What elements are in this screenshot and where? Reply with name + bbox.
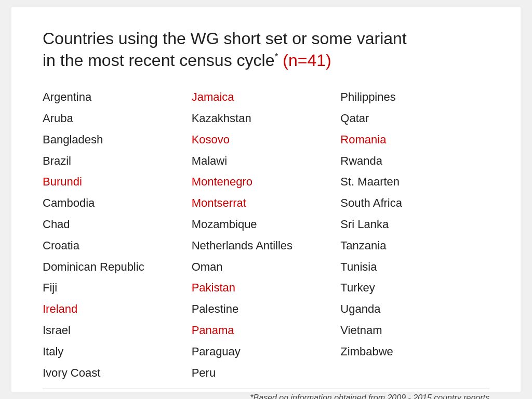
country-item: South Africa: [340, 193, 489, 214]
country-item: Aruba: [43, 108, 192, 129]
column-col3: PhilippinesQatarRomaniaRwandaSt. Maarten…: [340, 87, 489, 383]
country-item: Fiji: [43, 277, 192, 299]
country-item: Cambodia: [43, 193, 192, 214]
country-item: Burundi: [43, 171, 192, 193]
country-item: Romania: [340, 129, 489, 151]
country-item: Kazakhstan: [192, 108, 341, 129]
country-item: Sri Lanka: [340, 214, 489, 235]
country-item: Peru: [192, 363, 341, 384]
country-item: Kosovo: [192, 129, 341, 151]
country-item: Tanzania: [340, 235, 489, 257]
country-item: Chad: [43, 214, 192, 235]
country-item: Turkey: [340, 277, 489, 299]
slide: Countries using the WG short set or some…: [11, 7, 521, 392]
country-item: Oman: [192, 257, 341, 278]
country-item: Montserrat: [192, 193, 341, 214]
country-item: Brazil: [43, 151, 192, 172]
title-highlight: (n=41): [278, 51, 331, 70]
country-item: Vietnam: [340, 320, 489, 341]
column-col2: JamaicaKazakhstanKosovoMalawiMontenegroM…: [192, 87, 341, 383]
country-item: Tunisia: [340, 257, 489, 278]
country-item: Ivory Coast: [43, 363, 192, 384]
country-item: Montenegro: [192, 171, 341, 193]
country-item: Pakistan: [192, 277, 341, 299]
country-item: Jamaica: [192, 87, 341, 108]
country-item: Dominican Republic: [43, 257, 192, 278]
country-item: Italy: [43, 341, 192, 363]
country-item: Uganda: [340, 299, 489, 320]
country-item: Rwanda: [340, 151, 489, 172]
country-item: Israel: [43, 320, 192, 341]
country-item: Zimbabwe: [340, 341, 489, 363]
country-item: Netherlands Antilles: [192, 235, 341, 257]
countries-grid: ArgentinaArubaBangladeshBrazilBurundiCam…: [43, 87, 489, 383]
country-item: Malawi: [192, 151, 341, 172]
country-item: Ireland: [43, 299, 192, 320]
country-item: Qatar: [340, 108, 489, 129]
country-item: Palestine: [192, 299, 341, 320]
country-item: Philippines: [340, 87, 489, 108]
column-col1: ArgentinaArubaBangladeshBrazilBurundiCam…: [43, 87, 192, 383]
title-text-line2: in the most recent census cycle: [43, 51, 274, 70]
footnote: *Based on information obtained from 2009…: [43, 389, 489, 399]
title-text-line1: Countries using the WG short set or some…: [43, 29, 407, 48]
slide-title: Countries using the WG short set or some…: [43, 28, 489, 71]
country-item: St. Maarten: [340, 171, 489, 193]
country-item: Panama: [192, 320, 341, 341]
country-item: Croatia: [43, 235, 192, 257]
country-item: Argentina: [43, 87, 192, 108]
country-item: Paraguay: [192, 341, 341, 363]
country-item: Bangladesh: [43, 129, 192, 151]
country-item: Mozambique: [192, 214, 341, 235]
